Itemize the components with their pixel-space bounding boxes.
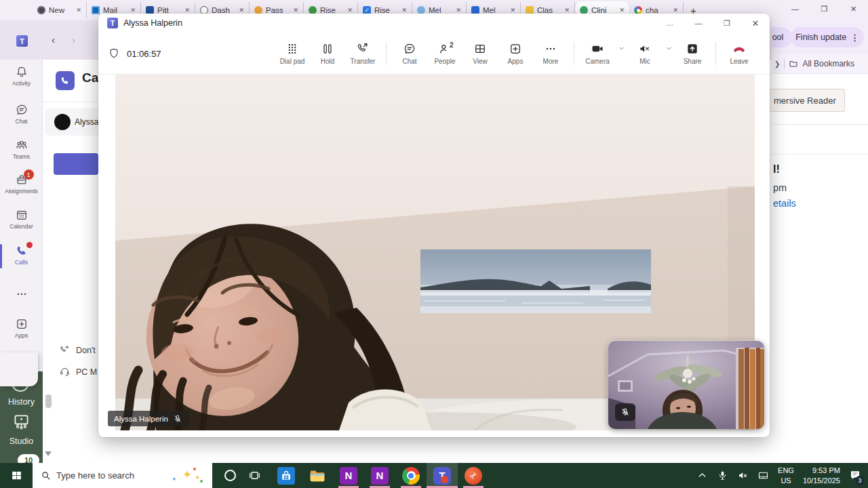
sidebar-item-assignments[interactable]: 1Assignments — [0, 173, 43, 195]
search-input[interactable] — [56, 470, 151, 481]
tab-close-icon[interactable]: ✕ — [564, 7, 570, 14]
back-button[interactable]: ‹ — [52, 34, 55, 45]
camera-options-chevron-icon[interactable] — [615, 33, 627, 75]
share-button[interactable]: Share — [675, 33, 710, 75]
close-icon[interactable]: ✕ — [741, 14, 770, 33]
more-dots-icon — [15, 287, 28, 301]
sidebar-item-teams[interactable]: Teams — [0, 138, 43, 160]
sidebar-item-calls[interactable]: Calls — [0, 244, 43, 266]
taskbar-app-store[interactable] — [271, 463, 302, 488]
tab-close-icon[interactable]: ✕ — [184, 7, 190, 14]
people-button[interactable]: 2People — [427, 33, 462, 75]
dialpad-button[interactable]: Dial pad — [275, 33, 310, 75]
page-time-fragment: pm — [773, 182, 787, 193]
kebab-menu-icon[interactable]: ⋮ — [850, 33, 859, 43]
taskbar-app-snip[interactable]: ✂ — [458, 463, 489, 488]
tab-close-icon[interactable]: ✕ — [619, 7, 625, 14]
more-options-icon[interactable]: … — [656, 14, 684, 33]
active-indicator — [0, 244, 2, 268]
hold-button[interactable]: Hold — [310, 33, 345, 75]
minimize-icon[interactable]: — — [684, 14, 713, 33]
sidebar-item-label: Assignments — [5, 188, 38, 195]
browser-restore-icon[interactable]: ❐ — [810, 0, 839, 18]
tab-close-icon[interactable]: ✕ — [673, 7, 678, 14]
tab-close-icon[interactable]: ✕ — [293, 7, 298, 14]
browser-tab-new[interactable]: New✕ — [33, 2, 87, 18]
forward-button[interactable]: › — [72, 34, 75, 45]
leave-button[interactable]: Leave — [722, 33, 757, 75]
mic-off-icon — [173, 414, 182, 424]
call-forwarding-link[interactable]: Don't — [59, 344, 96, 356]
transfer-icon — [356, 42, 370, 56]
tab-close-icon[interactable]: ✕ — [456, 7, 461, 14]
bookmarks-overflow-chevron-icon[interactable]: ❯ — [774, 60, 780, 68]
browser-close-icon[interactable]: ✕ — [839, 0, 868, 18]
tab-close-icon[interactable]: ✕ — [347, 7, 353, 14]
taskbar-app-onenote[interactable]: N — [364, 463, 395, 488]
tab-close-icon[interactable]: ✕ — [76, 7, 81, 14]
chat-button[interactable]: Chat — [392, 33, 427, 75]
taskbar-app-teams[interactable]: T — [427, 463, 458, 488]
contact-row[interactable]: Alyssa — [45, 108, 98, 136]
side-panel-item-history[interactable]: History — [0, 397, 43, 407]
system-tray: ENG US 9:53 PM 10/15/2025 3 — [696, 463, 868, 488]
call-duration: 01:06:57 — [127, 49, 161, 59]
mic-options-chevron-icon[interactable] — [663, 33, 675, 75]
sidebar-item-chat[interactable]: Chat — [0, 103, 43, 125]
taskbar-app-explorer[interactable] — [302, 463, 333, 488]
language-indicator[interactable]: ENG US — [778, 466, 794, 485]
search-highlights-icon[interactable]: ✦✦✦ — [170, 466, 205, 485]
view-button[interactable]: View — [462, 33, 498, 75]
cortana-button[interactable] — [224, 470, 236, 481]
side-panel-item-studio[interactable]: Studio — [0, 436, 43, 446]
sidebar-item-activity[interactable]: Activity — [0, 65, 43, 87]
leave-icon — [732, 42, 746, 56]
volume-muted-icon[interactable] — [737, 470, 749, 481]
call-window-controls: … — ❐ ✕ — [656, 14, 770, 33]
sidebar-item-apps[interactable]: Apps — [0, 317, 43, 339]
mic-button[interactable]: Mic — [627, 33, 663, 75]
teams-icon: T — [433, 467, 451, 485]
toolbar-button-label: More — [543, 58, 559, 65]
tab-close-icon[interactable]: ✕ — [130, 7, 136, 14]
taskbar-app-chrome[interactable] — [395, 463, 427, 488]
finish-update-label: Finish update — [795, 33, 846, 42]
tab-close-icon[interactable]: ✕ — [239, 7, 244, 14]
audio-device-link[interactable]: PC M — [59, 366, 97, 378]
all-bookmarks-label[interactable]: All Bookmarks — [802, 59, 854, 68]
presence-dot — [26, 242, 33, 248]
scrollbar-thumb[interactable] — [45, 394, 52, 408]
tray-chevron-up-icon[interactable] — [696, 470, 708, 481]
call-button[interactable] — [54, 153, 98, 175]
immersive-reader-button[interactable]: mersive Reader — [768, 89, 845, 112]
calls-page-phone-icon — [56, 71, 75, 90]
details-link-fragment[interactable]: etails — [773, 198, 796, 209]
taskbar-app-onenote[interactable]: N — [333, 463, 364, 488]
snipping-tool-icon: ✂ — [465, 467, 482, 485]
start-button[interactable] — [0, 463, 33, 488]
date: 10/15/2025 — [803, 476, 840, 485]
sidebar-item-calendar[interactable]: Calendar — [0, 208, 43, 230]
microphone-icon[interactable] — [717, 470, 728, 481]
touchpad-icon[interactable] — [757, 470, 769, 481]
more-button[interactable]: More — [533, 33, 568, 75]
transfer-button[interactable]: Transfer — [345, 33, 380, 75]
tab-close-icon[interactable]: ✕ — [401, 7, 407, 14]
task-view-button[interactable] — [248, 469, 261, 482]
maximize-icon[interactable]: ❐ — [713, 14, 741, 33]
action-center-button[interactable]: 3 — [849, 468, 861, 483]
notification-badge: 3 — [855, 476, 865, 485]
studio-icon — [12, 412, 31, 432]
clock[interactable]: 9:53 PM 10/15/2025 — [803, 466, 840, 485]
apps-button[interactable]: Apps — [498, 33, 533, 75]
sidebar-item-more[interactable] — [0, 287, 43, 301]
camera-button[interactable]: Camera — [580, 33, 615, 75]
tab-close-icon[interactable]: ✕ — [510, 7, 515, 14]
self-video[interactable] — [608, 341, 764, 429]
chat-icon — [15, 103, 28, 117]
finish-update-button[interactable]: Finish update ⋮ — [791, 27, 864, 47]
call-titlebar[interactable]: T Alyssa Halperin … — ❐ ✕ — [98, 14, 770, 33]
browser-minimize-icon[interactable]: — — [781, 0, 810, 18]
taskbar-search[interactable]: ✦✦✦ — [33, 463, 212, 488]
scrollbar-down-arrow[interactable] — [45, 451, 52, 456]
